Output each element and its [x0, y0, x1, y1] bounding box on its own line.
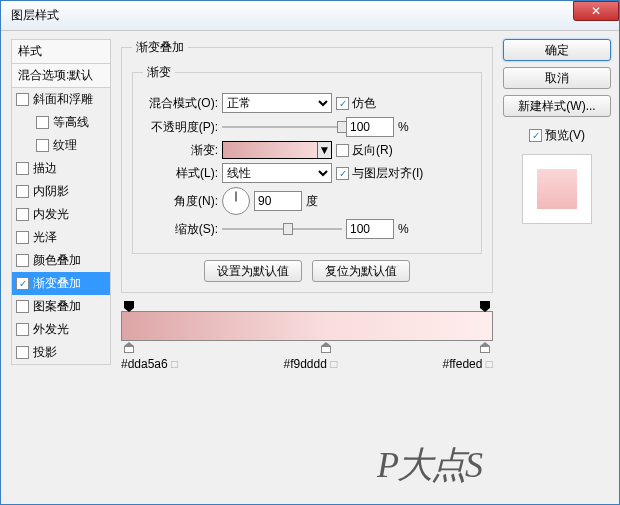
close-button[interactable]: ✕	[573, 1, 619, 21]
stop-color-2: #ffeded	[443, 357, 493, 371]
checkbox-icon[interactable]	[16, 300, 29, 313]
sidebar-header: 样式	[12, 40, 110, 64]
gradient-overlay-group: 渐变叠加 渐变 混合模式(O): 正常 仿色 不透明度(P): %	[121, 39, 493, 293]
sidebar-item-label: 内发光	[33, 206, 69, 223]
subgroup-title: 渐变	[143, 64, 175, 81]
gradient-editor[interactable]: #dda5a6 #f9dddd #ffeded	[121, 311, 493, 371]
ok-button[interactable]: 确定	[503, 39, 611, 61]
sidebar-item-3[interactable]: 描边	[12, 157, 110, 180]
sidebar-item-11[interactable]: 投影	[12, 341, 110, 364]
sidebar-item-label: 渐变叠加	[33, 275, 81, 292]
checkbox-icon[interactable]	[16, 208, 29, 221]
scale-slider[interactable]	[222, 220, 342, 238]
sidebar-item-label: 内阴影	[33, 183, 69, 200]
angle-dial[interactable]	[222, 187, 250, 215]
checkbox-icon[interactable]	[16, 254, 29, 267]
angle-input[interactable]	[254, 191, 302, 211]
checkbox-icon[interactable]	[16, 277, 29, 290]
sidebar-item-7[interactable]: 颜色叠加	[12, 249, 110, 272]
chevron-down-icon[interactable]: ▼	[317, 142, 331, 158]
sidebar-item-2[interactable]: 纹理	[12, 134, 110, 157]
align-checkbox[interactable]: 与图层对齐(I)	[336, 165, 423, 182]
sidebar-item-5[interactable]: 内发光	[12, 203, 110, 226]
group-title: 渐变叠加	[132, 39, 188, 56]
window-title: 图层样式	[11, 7, 59, 24]
checkbox-icon[interactable]	[16, 231, 29, 244]
sidebar-item-label: 投影	[33, 344, 57, 361]
sidebar-item-label: 外发光	[33, 321, 69, 338]
make-default-button[interactable]: 设置为默认值	[204, 260, 302, 282]
dither-checkbox[interactable]: 仿色	[336, 95, 376, 112]
checkbox-icon[interactable]	[16, 93, 29, 106]
sidebar-item-label: 等高线	[53, 114, 89, 131]
gradient-subgroup: 渐变 混合模式(O): 正常 仿色 不透明度(P): % 渐变:	[132, 64, 482, 254]
sidebar-item-label: 光泽	[33, 229, 57, 246]
sidebar-item-label: 图案叠加	[33, 298, 81, 315]
angle-label: 角度(N):	[143, 193, 218, 210]
checkbox-icon[interactable]	[36, 116, 49, 129]
blend-mode-label: 混合模式(O):	[143, 95, 218, 112]
main-panel: 渐变叠加 渐变 混合模式(O): 正常 仿色 不透明度(P): %	[121, 39, 493, 496]
opacity-input[interactable]	[346, 117, 394, 137]
sidebar-item-label: 描边	[33, 160, 57, 177]
sidebar-item-4[interactable]: 内阴影	[12, 180, 110, 203]
sidebar-item-1[interactable]: 等高线	[12, 111, 110, 134]
styles-sidebar: 样式 混合选项:默认 斜面和浮雕等高线纹理描边内阴影内发光光泽颜色叠加渐变叠加图…	[11, 39, 111, 496]
opacity-unit: %	[398, 120, 409, 134]
preview-checkbox[interactable]: 预览(V)	[503, 127, 611, 144]
preview-swatch	[522, 154, 592, 224]
gradient-label: 渐变:	[143, 142, 218, 159]
action-panel: 确定 取消 新建样式(W)... 预览(V)	[503, 39, 611, 496]
checkbox-icon[interactable]	[16, 162, 29, 175]
stop-color-1: #f9dddd	[283, 357, 337, 371]
style-label: 样式(L):	[143, 165, 218, 182]
stop-color-0: #dda5a6	[121, 357, 178, 371]
cancel-button[interactable]: 取消	[503, 67, 611, 89]
opacity-label: 不透明度(P):	[143, 119, 218, 136]
new-style-button[interactable]: 新建样式(W)...	[503, 95, 611, 117]
scale-input[interactable]	[346, 219, 394, 239]
reverse-checkbox[interactable]: 反向(R)	[336, 142, 393, 159]
watermark: P大点S	[377, 441, 481, 490]
gradient-picker[interactable]: ▼	[222, 141, 332, 159]
sidebar-item-0[interactable]: 斜面和浮雕	[12, 88, 110, 111]
scale-label: 缩放(S):	[143, 221, 218, 238]
angle-unit: 度	[306, 193, 318, 210]
checkbox-icon[interactable]	[16, 323, 29, 336]
blend-options-row[interactable]: 混合选项:默认	[12, 64, 110, 88]
sidebar-item-label: 纹理	[53, 137, 77, 154]
sidebar-item-label: 颜色叠加	[33, 252, 81, 269]
sidebar-item-9[interactable]: 图案叠加	[12, 295, 110, 318]
checkbox-icon[interactable]	[36, 139, 49, 152]
sidebar-item-6[interactable]: 光泽	[12, 226, 110, 249]
sidebar-item-10[interactable]: 外发光	[12, 318, 110, 341]
scale-unit: %	[398, 222, 409, 236]
blend-mode-select[interactable]: 正常	[222, 93, 332, 113]
style-select[interactable]: 线性	[222, 163, 332, 183]
reset-default-button[interactable]: 复位为默认值	[312, 260, 410, 282]
sidebar-item-8[interactable]: 渐变叠加	[12, 272, 110, 295]
checkbox-icon[interactable]	[16, 185, 29, 198]
gradient-bar[interactable]	[121, 311, 493, 341]
checkbox-icon[interactable]	[16, 346, 29, 359]
opacity-slider[interactable]	[222, 118, 342, 136]
sidebar-item-label: 斜面和浮雕	[33, 91, 93, 108]
titlebar[interactable]: 图层样式 ✕	[1, 1, 619, 31]
layer-style-dialog: 图层样式 ✕ 样式 混合选项:默认 斜面和浮雕等高线纹理描边内阴影内发光光泽颜色…	[0, 0, 620, 505]
